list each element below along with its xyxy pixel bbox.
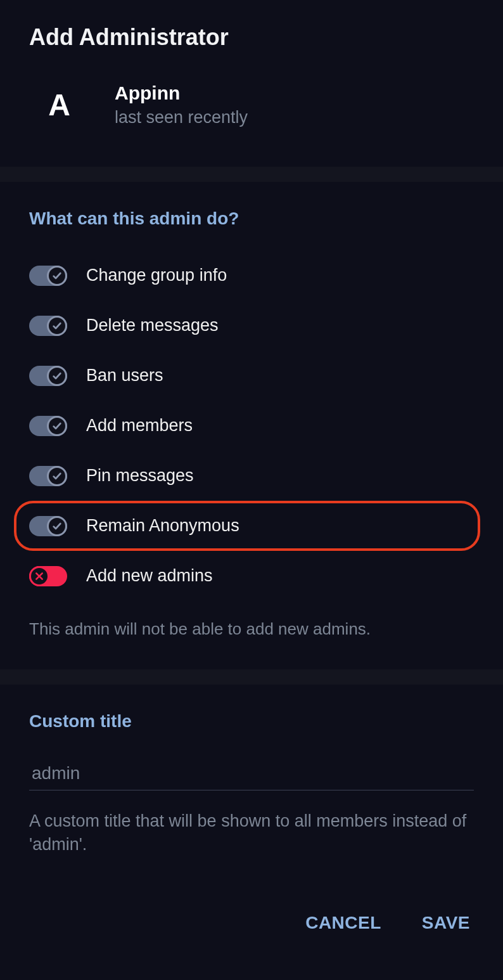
- toggle-add-members[interactable]: [29, 416, 67, 436]
- check-icon: [47, 266, 67, 286]
- user-name: Appinn: [115, 82, 474, 104]
- permission-label: Remain Anonymous: [86, 516, 239, 536]
- permission-row-add-new-admins[interactable]: Add new admins: [29, 551, 474, 601]
- user-status: last seen recently: [115, 108, 474, 127]
- permission-row-ban-users[interactable]: Ban users: [29, 351, 474, 401]
- permission-label: Pin messages: [86, 466, 194, 486]
- separator: [0, 167, 503, 182]
- header: Add Administrator: [0, 0, 503, 75]
- permissions-list: Change group infoDelete messagesBan user…: [29, 250, 474, 601]
- permission-row-pin-messages[interactable]: Pin messages: [29, 451, 474, 501]
- toggle-ban-users[interactable]: [29, 366, 67, 386]
- check-icon: [47, 416, 67, 436]
- dialog-actions: CANCEL SAVE: [0, 885, 503, 952]
- permission-label: Ban users: [86, 366, 163, 385]
- user-meta: Appinn last seen recently: [115, 82, 474, 127]
- toggle-pin-messages[interactable]: [29, 466, 67, 486]
- page-title: Add Administrator: [29, 24, 474, 51]
- custom-title-input[interactable]: [29, 757, 474, 790]
- custom-title-input-wrap: [29, 757, 474, 790]
- permission-row-change-group-info[interactable]: Change group info: [29, 250, 474, 300]
- permission-label: Delete messages: [86, 316, 219, 335]
- check-icon: [47, 366, 67, 386]
- cross-icon: [29, 566, 49, 586]
- permission-row-add-members[interactable]: Add members: [29, 401, 474, 451]
- custom-title-heading: Custom title: [29, 711, 474, 732]
- permission-label: Add new admins: [86, 566, 213, 586]
- toggle-delete-messages[interactable]: [29, 316, 67, 336]
- permissions-section: What can this admin do? Change group inf…: [0, 182, 503, 669]
- check-icon: [47, 516, 67, 536]
- check-icon: [47, 466, 67, 486]
- permissions-title: What can this admin do?: [29, 209, 474, 229]
- check-icon: [47, 316, 67, 336]
- permission-label: Add members: [86, 416, 193, 435]
- toggle-remain-anonymous[interactable]: [29, 516, 67, 536]
- permission-row-remain-anonymous[interactable]: Remain Anonymous: [14, 501, 480, 551]
- toggle-change-group-info[interactable]: [29, 266, 67, 286]
- save-button[interactable]: SAVE: [422, 913, 470, 933]
- custom-title-description: A custom title that will be shown to all…: [29, 809, 474, 858]
- cancel-button[interactable]: CANCEL: [305, 913, 381, 933]
- permission-row-delete-messages[interactable]: Delete messages: [29, 300, 474, 351]
- toggle-add-new-admins[interactable]: [29, 566, 67, 586]
- separator: [0, 669, 503, 685]
- custom-title-section: Custom title A custom title that will be…: [0, 685, 503, 886]
- permissions-hint: This admin will not be able to add new a…: [29, 617, 474, 642]
- user-row[interactable]: A Appinn last seen recently: [0, 75, 503, 167]
- avatar: A: [29, 75, 89, 135]
- permission-label: Change group info: [86, 266, 227, 285]
